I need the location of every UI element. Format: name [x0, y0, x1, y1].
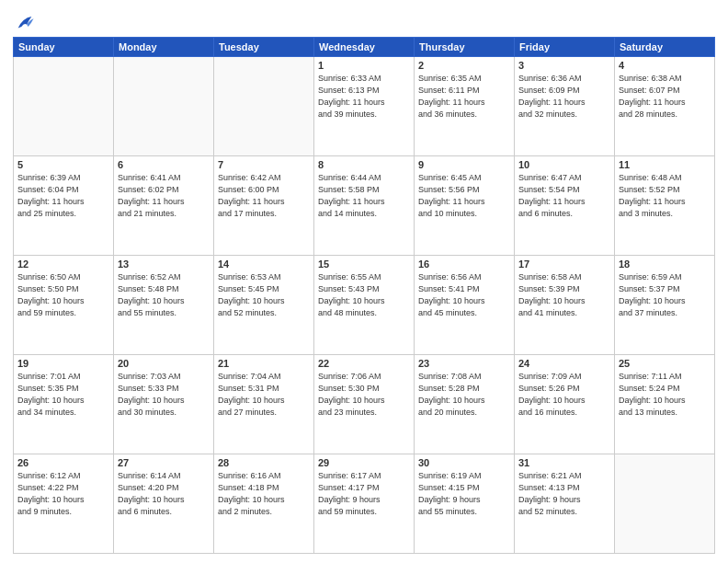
cell-info-text: Sunrise: 6:19 AM Sunset: 4:15 PM Dayligh… — [418, 470, 510, 518]
calendar-cell: 10Sunrise: 6:47 AM Sunset: 5:54 PM Dayli… — [515, 156, 615, 256]
calendar-cell: 16Sunrise: 6:56 AM Sunset: 5:41 PM Dayli… — [415, 256, 515, 355]
calendar-cell — [114, 57, 214, 156]
cell-date-number: 16 — [418, 259, 510, 270]
cell-date-number: 3 — [518, 60, 610, 71]
cell-info-text: Sunrise: 7:11 AM Sunset: 5:24 PM Dayligh… — [619, 371, 711, 419]
cell-date-number: 22 — [318, 358, 410, 369]
calendar-cell: 24Sunrise: 7:09 AM Sunset: 5:26 PM Dayli… — [515, 355, 615, 454]
cell-info-text: Sunrise: 7:06 AM Sunset: 5:30 PM Dayligh… — [318, 371, 410, 419]
calendar-cell: 1Sunrise: 6:33 AM Sunset: 6:13 PM Daylig… — [314, 57, 415, 156]
cell-info-text: Sunrise: 6:35 AM Sunset: 6:11 PM Dayligh… — [418, 73, 510, 121]
calendar-cell: 25Sunrise: 7:11 AM Sunset: 5:24 PM Dayli… — [615, 355, 715, 454]
calendar-header-tuesday: Tuesday — [214, 38, 314, 57]
cell-info-text: Sunrise: 7:04 AM Sunset: 5:31 PM Dayligh… — [218, 371, 310, 419]
cell-info-text: Sunrise: 6:38 AM Sunset: 6:07 PM Dayligh… — [619, 73, 711, 121]
logo-bird-icon — [15, 13, 35, 33]
calendar-cell: 2Sunrise: 6:35 AM Sunset: 6:11 PM Daylig… — [415, 57, 515, 156]
cell-date-number: 20 — [118, 358, 210, 369]
calendar-cell: 14Sunrise: 6:53 AM Sunset: 5:45 PM Dayli… — [214, 256, 314, 355]
cell-date-number: 24 — [518, 358, 610, 369]
cell-date-number: 15 — [318, 259, 410, 270]
header — [13, 9, 715, 29]
cell-info-text: Sunrise: 6:36 AM Sunset: 6:09 PM Dayligh… — [518, 73, 610, 121]
cell-date-number: 7 — [218, 159, 310, 170]
logo — [13, 13, 35, 29]
cell-date-number: 27 — [118, 457, 210, 468]
cell-date-number: 19 — [17, 358, 109, 369]
cell-info-text: Sunrise: 6:17 AM Sunset: 4:17 PM Dayligh… — [318, 470, 410, 518]
calendar-cell: 3Sunrise: 6:36 AM Sunset: 6:09 PM Daylig… — [515, 57, 615, 156]
cell-date-number: 2 — [418, 60, 510, 71]
calendar-week-row: 12Sunrise: 6:50 AM Sunset: 5:50 PM Dayli… — [14, 256, 715, 355]
calendar-cell: 28Sunrise: 6:16 AM Sunset: 4:18 PM Dayli… — [214, 454, 314, 554]
calendar-header-sunday: Sunday — [14, 38, 114, 57]
cell-info-text: Sunrise: 6:52 AM Sunset: 5:48 PM Dayligh… — [118, 271, 210, 319]
cell-date-number: 29 — [318, 457, 410, 468]
cell-info-text: Sunrise: 6:33 AM Sunset: 6:13 PM Dayligh… — [318, 73, 410, 121]
calendar-week-row: 26Sunrise: 6:12 AM Sunset: 4:22 PM Dayli… — [14, 454, 715, 554]
calendar-cell: 26Sunrise: 6:12 AM Sunset: 4:22 PM Dayli… — [14, 454, 114, 554]
cell-date-number: 17 — [518, 259, 610, 270]
cell-info-text: Sunrise: 6:56 AM Sunset: 5:41 PM Dayligh… — [418, 271, 510, 319]
cell-info-text: Sunrise: 7:03 AM Sunset: 5:33 PM Dayligh… — [118, 371, 210, 419]
calendar-cell: 30Sunrise: 6:19 AM Sunset: 4:15 PM Dayli… — [415, 454, 515, 554]
calendar-cell: 27Sunrise: 6:14 AM Sunset: 4:20 PM Dayli… — [114, 454, 214, 554]
cell-date-number: 30 — [418, 457, 510, 468]
calendar-cell — [14, 57, 114, 156]
calendar-cell — [214, 57, 314, 156]
cell-info-text: Sunrise: 6:50 AM Sunset: 5:50 PM Dayligh… — [17, 271, 109, 319]
calendar-cell: 29Sunrise: 6:17 AM Sunset: 4:17 PM Dayli… — [314, 454, 415, 554]
cell-date-number: 4 — [619, 60, 711, 71]
calendar-cell: 11Sunrise: 6:48 AM Sunset: 5:52 PM Dayli… — [615, 156, 715, 256]
calendar-cell: 20Sunrise: 7:03 AM Sunset: 5:33 PM Dayli… — [114, 355, 214, 454]
calendar-week-row: 19Sunrise: 7:01 AM Sunset: 5:35 PM Dayli… — [14, 355, 715, 454]
cell-info-text: Sunrise: 6:39 AM Sunset: 6:04 PM Dayligh… — [17, 172, 109, 220]
calendar-week-row: 5Sunrise: 6:39 AM Sunset: 6:04 PM Daylig… — [14, 156, 715, 256]
cell-date-number: 12 — [17, 259, 109, 270]
cell-info-text: Sunrise: 7:08 AM Sunset: 5:28 PM Dayligh… — [418, 371, 510, 419]
cell-date-number: 5 — [17, 159, 109, 170]
calendar-cell: 19Sunrise: 7:01 AM Sunset: 5:35 PM Dayli… — [14, 355, 114, 454]
cell-info-text: Sunrise: 6:47 AM Sunset: 5:54 PM Dayligh… — [518, 172, 610, 220]
cell-info-text: Sunrise: 7:01 AM Sunset: 5:35 PM Dayligh… — [17, 371, 109, 419]
cell-date-number: 8 — [318, 159, 410, 170]
cell-info-text: Sunrise: 7:09 AM Sunset: 5:26 PM Dayligh… — [518, 371, 610, 419]
cell-info-text: Sunrise: 6:42 AM Sunset: 6:00 PM Dayligh… — [218, 172, 310, 220]
calendar-cell: 17Sunrise: 6:58 AM Sunset: 5:39 PM Dayli… — [515, 256, 615, 355]
calendar-cell: 8Sunrise: 6:44 AM Sunset: 5:58 PM Daylig… — [314, 156, 415, 256]
calendar-cell: 9Sunrise: 6:45 AM Sunset: 5:56 PM Daylig… — [415, 156, 515, 256]
cell-date-number: 28 — [218, 457, 310, 468]
calendar-header-friday: Friday — [515, 38, 615, 57]
calendar-cell: 13Sunrise: 6:52 AM Sunset: 5:48 PM Dayli… — [114, 256, 214, 355]
cell-info-text: Sunrise: 6:45 AM Sunset: 5:56 PM Dayligh… — [418, 172, 510, 220]
calendar-cell: 4Sunrise: 6:38 AM Sunset: 6:07 PM Daylig… — [615, 57, 715, 156]
calendar-header-thursday: Thursday — [415, 38, 515, 57]
cell-date-number: 11 — [619, 159, 711, 170]
cell-date-number: 10 — [518, 159, 610, 170]
page: SundayMondayTuesdayWednesdayThursdayFrid… — [0, 0, 728, 563]
calendar-cell: 31Sunrise: 6:21 AM Sunset: 4:13 PM Dayli… — [515, 454, 615, 554]
calendar-cell: 5Sunrise: 6:39 AM Sunset: 6:04 PM Daylig… — [14, 156, 114, 256]
calendar-week-row: 1Sunrise: 6:33 AM Sunset: 6:13 PM Daylig… — [14, 57, 715, 156]
calendar-table: SundayMondayTuesdayWednesdayThursdayFrid… — [13, 37, 715, 554]
calendar-cell: 6Sunrise: 6:41 AM Sunset: 6:02 PM Daylig… — [114, 156, 214, 256]
cell-date-number: 13 — [118, 259, 210, 270]
calendar-cell: 15Sunrise: 6:55 AM Sunset: 5:43 PM Dayli… — [314, 256, 415, 355]
cell-date-number: 31 — [518, 457, 610, 468]
calendar-cell: 21Sunrise: 7:04 AM Sunset: 5:31 PM Dayli… — [214, 355, 314, 454]
cell-date-number: 26 — [17, 457, 109, 468]
cell-date-number: 18 — [619, 259, 711, 270]
calendar-header-row: SundayMondayTuesdayWednesdayThursdayFrid… — [14, 38, 715, 57]
calendar-header-monday: Monday — [114, 38, 214, 57]
cell-date-number: 25 — [619, 358, 711, 369]
cell-info-text: Sunrise: 6:14 AM Sunset: 4:20 PM Dayligh… — [118, 470, 210, 518]
cell-info-text: Sunrise: 6:48 AM Sunset: 5:52 PM Dayligh… — [619, 172, 711, 220]
cell-info-text: Sunrise: 6:44 AM Sunset: 5:58 PM Dayligh… — [318, 172, 410, 220]
calendar-cell: 12Sunrise: 6:50 AM Sunset: 5:50 PM Dayli… — [14, 256, 114, 355]
calendar-cell: 23Sunrise: 7:08 AM Sunset: 5:28 PM Dayli… — [415, 355, 515, 454]
calendar-header-saturday: Saturday — [615, 38, 715, 57]
calendar-body: 1Sunrise: 6:33 AM Sunset: 6:13 PM Daylig… — [14, 57, 715, 554]
cell-date-number: 9 — [418, 159, 510, 170]
calendar-cell — [615, 454, 715, 554]
cell-info-text: Sunrise: 6:53 AM Sunset: 5:45 PM Dayligh… — [218, 271, 310, 319]
